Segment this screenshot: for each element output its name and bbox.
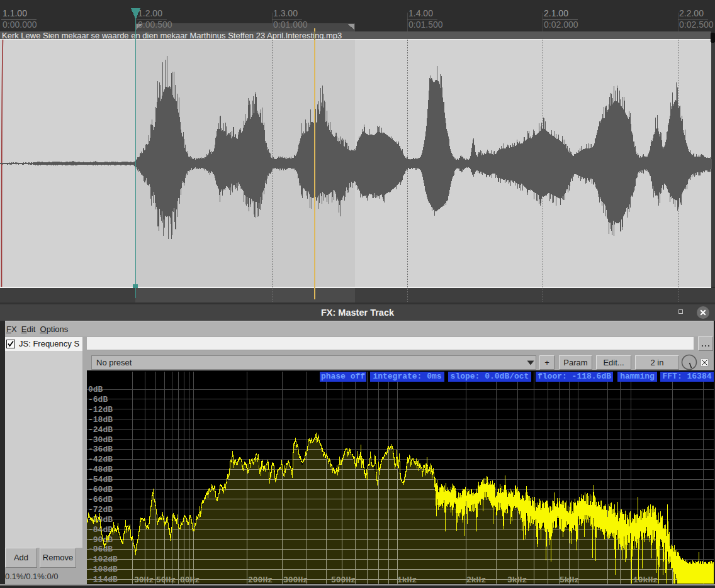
svg-text:0:00.000: 0:00.000 [3, 19, 37, 30]
svg-text:-108dB: -108dB [88, 565, 118, 574]
svg-text:0:01.500: 0:01.500 [408, 19, 443, 30]
svg-text:-12dB: -12dB [88, 405, 113, 414]
svg-text:0:01.000: 0:01.000 [273, 19, 308, 30]
svg-text:1.4.00: 1.4.00 [408, 8, 433, 18]
svg-text:1.2.00: 1.2.00 [138, 8, 162, 18]
svg-text:2kHz: 2kHz [466, 575, 486, 584]
svg-text:-60dB: -60dB [88, 485, 113, 494]
svg-text:0:02.500: 0:02.500 [679, 19, 714, 30]
svg-text:3kHz: 3kHz [507, 575, 527, 584]
svg-text:-66dB: -66dB [88, 495, 113, 504]
svg-text:500Hz: 500Hz [331, 575, 356, 584]
svg-text:5kHz: 5kHz [560, 575, 579, 584]
svg-text:-24dB: -24dB [88, 425, 113, 435]
svg-text:30Hz: 30Hz [134, 575, 154, 584]
svg-text:-30dB: -30dB [88, 435, 113, 445]
svg-text:1.3.00: 1.3.00 [273, 8, 298, 18]
svg-text:-114dB: -114dB [88, 575, 118, 584]
svg-text:Kerk Lewe Sien mekaar se waard: Kerk Lewe Sien mekaar se waarde en dien … [2, 31, 342, 40]
svg-text:300Hz: 300Hz [283, 575, 308, 584]
svg-text:0:00.500: 0:00.500 [138, 19, 172, 30]
svg-text:2.2.00: 2.2.00 [679, 8, 704, 18]
svg-text:200Hz: 200Hz [248, 575, 273, 584]
svg-text:-42dB: -42dB [88, 455, 113, 464]
svg-text:-54dB: -54dB [88, 475, 113, 484]
svg-text:-90dB: -90dB [88, 535, 113, 545]
svg-text:-48dB: -48dB [88, 465, 113, 474]
svg-text:2.1.00: 2.1.00 [544, 8, 568, 18]
svg-text:-96dB: -96dB [88, 545, 113, 554]
svg-text:-18dB: -18dB [88, 415, 113, 424]
svg-text:1kHz: 1kHz [397, 575, 417, 584]
svg-text:0dB: 0dB [88, 385, 103, 394]
svg-text:-6dB: -6dB [88, 395, 108, 404]
svg-text:80Hz: 80Hz [180, 575, 200, 584]
svg-text:1.1.00: 1.1.00 [3, 8, 27, 18]
svg-text:-72dB: -72dB [88, 505, 113, 514]
svg-text:-102dB: -102dB [88, 555, 118, 564]
svg-text:10kHz: 10kHz [633, 575, 658, 584]
svg-text:-36dB: -36dB [88, 445, 113, 454]
svg-text:0:02.000: 0:02.000 [544, 19, 578, 30]
svg-text:50Hz: 50Hz [156, 575, 176, 584]
